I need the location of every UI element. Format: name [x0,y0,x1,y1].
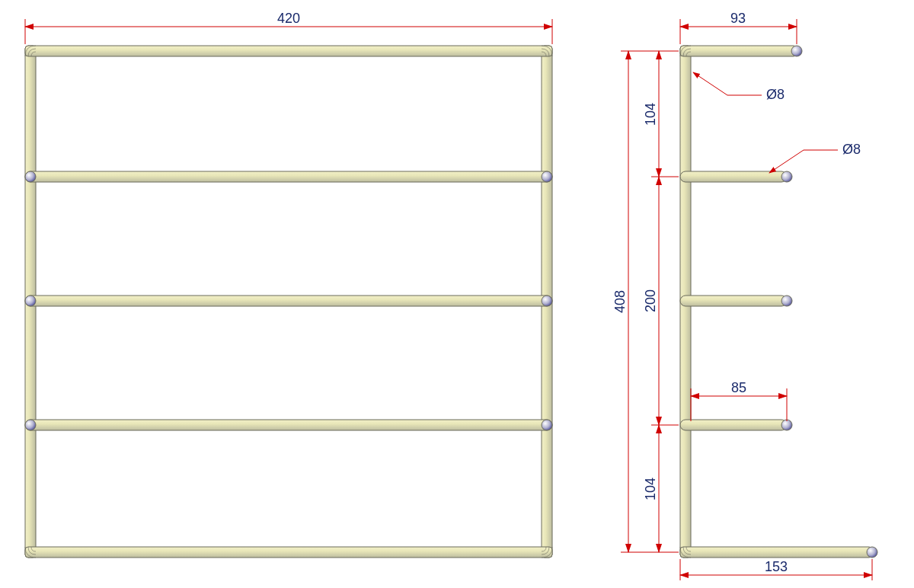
svg-point-27 [781,420,792,430]
svg-rect-20 [680,46,797,56]
svg-rect-8 [25,420,552,430]
svg-rect-9 [25,547,552,558]
svg-point-10 [25,171,36,182]
dim-value-bottom-arm: 153 [765,559,788,574]
dim-value-height: 408 [612,290,628,313]
svg-point-25 [781,296,792,306]
dim-side-top-arm: 93 [680,11,797,44]
side-view: 93 408 104 200 104 [612,11,877,580]
svg-point-21 [791,46,802,56]
svg-rect-7 [25,296,552,306]
svg-rect-28 [680,547,872,558]
leader-dia-top: Ø8 [693,72,785,102]
svg-point-29 [867,547,877,558]
dim-value-spacing-bottom: 104 [643,478,658,500]
dim-side-bottom-arm: 153 [680,559,872,580]
svg-point-11 [542,171,552,182]
svg-point-23 [781,171,792,182]
leader-dia-top-text: Ø8 [766,87,785,102]
front-view: 420 [25,11,552,558]
dim-side-spacings: 104 200 104 [643,51,679,552]
svg-rect-26 [680,420,787,430]
svg-point-13 [542,296,552,306]
leader-dia-arm-text: Ø8 [842,142,861,157]
dim-value-spacing-top: 104 [643,103,658,126]
svg-rect-22 [680,171,787,182]
leader-dia-arm: Ø8 [769,142,861,173]
svg-rect-6 [25,171,552,182]
dim-value-spacing-mid: 200 [643,289,658,312]
svg-point-14 [25,420,36,430]
svg-point-15 [542,420,552,430]
dim-value-top-arm: 93 [730,11,746,26]
svg-point-12 [25,296,36,306]
svg-rect-5 [25,46,552,56]
dim-side-mid-arm: 85 [691,380,787,421]
dim-value-front-width: 420 [277,11,300,26]
svg-rect-24 [680,296,787,306]
technical-drawing: 420 [0,0,914,588]
dim-front-width: 420 [25,11,552,44]
dim-value-mid-arm: 85 [731,380,746,395]
